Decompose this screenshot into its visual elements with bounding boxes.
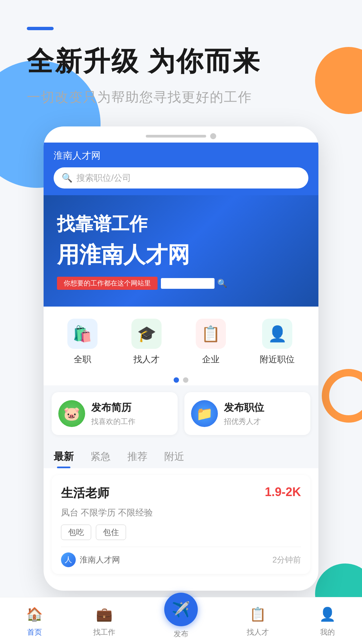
banner-search-icon: 🔍: [217, 279, 227, 288]
action-sub-resume: 找喜欢的工作: [91, 417, 135, 427]
category-icon-zhaorencai: 🎓: [131, 319, 162, 349]
tabs-row: 最新 紧急 推荐 附近: [44, 442, 318, 468]
dash-line: [27, 27, 54, 30]
nav-label-findtalent: 找人才: [247, 627, 269, 637]
category-item-qiye[interactable]: 📋 企业: [196, 319, 226, 365]
mine-icon: 👤: [317, 604, 338, 625]
action-card-job[interactable]: 📁 发布职位 招优秀人才: [184, 392, 310, 435]
category-item-quanzhi[interactable]: 🛍️ 全职: [67, 319, 98, 365]
app-header-title: 淮南人才网: [54, 149, 308, 162]
dot-1: [174, 377, 179, 383]
job-title: 生活老师: [61, 485, 109, 501]
nav-item-home[interactable]: 🏠 首页: [24, 604, 45, 637]
tab-jinji[interactable]: 紧急: [90, 450, 111, 468]
job-tag-baozhu: 包住: [96, 525, 126, 540]
action-card-resume[interactable]: 🐷 发布简历 找喜欢的工作: [52, 392, 178, 435]
search-bar[interactable]: 🔍 搜索职位/公司: [54, 167, 308, 189]
company-name: 淮南人才网: [80, 554, 120, 565]
job-tags: 包吃 包住: [61, 525, 301, 540]
nav-item-publish[interactable]: ✈️ 发布: [164, 603, 198, 639]
findwork-icon: 💼: [94, 604, 114, 625]
category-item-fujin[interactable]: 👤 附近职位: [260, 319, 295, 365]
job-info: 凤台 不限学历 不限经验: [61, 507, 301, 519]
category-label-fujin: 附近职位: [260, 354, 295, 365]
category-icon-fujin: 👤: [262, 319, 292, 349]
company-info: 人 淮南人才网: [61, 552, 120, 567]
job-card-footer: 人 淮南人才网 2分钟前: [61, 547, 301, 567]
category-label-quanzhi: 全职: [74, 354, 91, 365]
nav-item-findtalent[interactable]: 📋 找人才: [247, 604, 269, 637]
categories: 🛍️ 全职 🎓 找人才 📋 企业 👤 附近职位: [44, 307, 318, 372]
findtalent-icon: 📋: [248, 604, 268, 625]
banner-text2: 用淮南人才网: [57, 240, 305, 270]
phone-mockup-wrapper: 淮南人才网 🔍 搜索职位/公司 找靠谱工作 用淮南人才网 你想要的工作都在这个网…: [44, 126, 318, 591]
job-tag-baochi: 包吃: [61, 525, 91, 540]
tab-fujin[interactable]: 附近: [164, 450, 184, 468]
action-title-job: 发布职位: [224, 401, 264, 415]
action-cards: 🐷 发布简历 找喜欢的工作 📁 发布职位 招优秀人才: [44, 385, 318, 442]
job-card[interactable]: 生活老师 1.9-2K 凤台 不限学历 不限经验 包吃 包住 人 淮南人才网 2…: [52, 475, 310, 574]
nav-label-findwork: 找工作: [93, 627, 115, 637]
nav-item-findwork[interactable]: 💼 找工作: [93, 604, 115, 637]
dots-row: [44, 372, 318, 385]
job-salary: 1.9-2K: [265, 485, 301, 499]
search-placeholder: 搜索职位/公司: [76, 172, 131, 184]
action-icon-job: 📁: [191, 400, 218, 427]
category-label-qiye: 企业: [202, 354, 220, 365]
home-icon: 🏠: [24, 604, 45, 625]
top-area: 全新升级 为你而来 一切改变只为帮助您寻找更好的工作: [0, 0, 362, 106]
app-header: 淮南人才网 🔍 搜索职位/公司: [44, 143, 318, 195]
category-icon-quanzhi: 🛍️: [67, 319, 98, 349]
post-time: 2分钟前: [273, 554, 301, 565]
dot-2: [183, 377, 188, 383]
tab-tuijian[interactable]: 推荐: [127, 450, 147, 468]
banner-sub-text: 你想要的工作都在这个网站里: [57, 277, 158, 290]
publish-icon: ✈️: [164, 593, 198, 626]
banner-search-input[interactable]: [161, 278, 215, 289]
company-logo: 人: [61, 552, 76, 567]
category-label-zhaorencai: 找人才: [133, 354, 160, 365]
main-title: 全新升级 为你而来: [27, 44, 335, 80]
phone-notch: [146, 135, 206, 138]
search-icon: 🔍: [62, 173, 72, 183]
sub-title: 一切改变只为帮助您寻找更好的工作: [27, 88, 335, 106]
nav-label-home: 首页: [27, 627, 42, 637]
phone-notch-bar: [44, 126, 318, 143]
nav-item-mine[interactable]: 👤 我的: [317, 604, 338, 637]
nav-label-publish: 发布: [174, 629, 188, 639]
phone-camera: [210, 133, 216, 139]
action-icon-resume: 🐷: [58, 400, 85, 427]
bottom-nav: 🏠 首页 💼 找工作 ✈️ 发布 📋 找人才 👤 我的: [0, 597, 362, 644]
category-item-zhaorencai[interactable]: 🎓 找人才: [131, 319, 162, 365]
action-title-resume: 发布简历: [91, 401, 135, 415]
banner: 找靠谱工作 用淮南人才网 你想要的工作都在这个网站里 🔍: [44, 195, 318, 307]
category-icon-qiye: 📋: [196, 319, 226, 349]
banner-text1: 找靠谱工作: [57, 212, 305, 236]
job-card-top: 生活老师 1.9-2K: [61, 485, 301, 501]
tab-zuixin[interactable]: 最新: [54, 450, 74, 468]
nav-label-mine: 我的: [320, 627, 335, 637]
action-sub-job: 招优秀人才: [224, 417, 264, 427]
phone-mockup: 淮南人才网 🔍 搜索职位/公司 找靠谱工作 用淮南人才网 你想要的工作都在这个网…: [44, 126, 318, 591]
bg-circle-orange-mid: [322, 369, 362, 423]
